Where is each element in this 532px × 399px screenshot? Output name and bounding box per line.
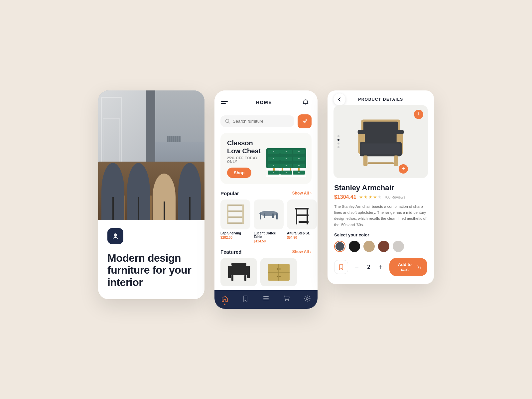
nav-catalog[interactable] (262, 295, 270, 302)
popular-show-all[interactable]: Show All › (292, 191, 312, 196)
bar-chair-tan (153, 174, 176, 220)
search-box[interactable] (220, 115, 294, 127)
quantity-increase-button[interactable]: + (376, 262, 385, 272)
step-stool-icon (292, 203, 312, 226)
dot-indicator (337, 135, 339, 137)
svg-point-0 (114, 233, 117, 237)
hamburger-line (221, 103, 226, 104)
svg-rect-27 (244, 275, 246, 281)
search-input[interactable] (233, 119, 290, 124)
promo-text-section: Classon Low Chest 25% OFF TODAY ONLY Sho… (227, 139, 263, 178)
hero-headline: Modern design furniture for your interio… (107, 252, 195, 289)
bottle (179, 136, 181, 142)
star-rating: ★ ★ ★ ★ ★ (359, 195, 382, 200)
color-swatch-brown[interactable] (378, 241, 389, 252)
color-swatch-dark-gray[interactable] (334, 241, 345, 252)
bell-icon (302, 99, 309, 106)
notifications-button[interactable] (300, 97, 311, 108)
screens-container: Modern design furniture for your interio… (33, 90, 499, 309)
featured-show-all[interactable]: Show All › (292, 249, 312, 254)
product-name-shelving: Lap Shelving (220, 231, 250, 235)
save-item-button[interactable] (334, 260, 348, 274)
popular-section-header: Popular Show All › (214, 189, 318, 200)
dresser-drawer (280, 164, 292, 168)
star-1: ★ (359, 195, 363, 200)
bar-chair (127, 163, 150, 220)
dresser-illustration (266, 148, 306, 173)
screen2-home: HOME (214, 90, 318, 309)
svg-rect-50 (394, 155, 398, 166)
color-swatch-light-gray[interactable] (393, 241, 404, 252)
product-card-shelving[interactable]: Lap Shelving $282.00 (220, 200, 250, 243)
product-price: $1304.41 (334, 194, 356, 200)
product-card-step-stool[interactable]: Altura Step St. $54.90 (287, 200, 317, 243)
cart-icon (417, 264, 421, 270)
product-card-coffee-table[interactable]: Lucent Coffee Table $124.50 (254, 200, 284, 243)
bottle (167, 136, 169, 142)
dresser-drawer (293, 150, 305, 154)
svg-rect-46 (396, 130, 404, 134)
product-description: The Stanley Armchair boasts a combinatio… (334, 203, 427, 228)
add-to-wishlist-top-button[interactable]: + (414, 110, 423, 119)
svg-rect-14 (276, 213, 278, 219)
shop-button[interactable]: Shop (227, 168, 251, 178)
search-row (214, 112, 318, 133)
svg-point-5 (306, 119, 307, 121)
featured-card-chair[interactable] (220, 258, 257, 286)
settings-nav-icon (304, 295, 311, 302)
product-price-coffee-table: $124.50 (254, 239, 284, 243)
screen1-onboarding: Modern design furniture for your interio… (98, 90, 204, 299)
shelving-icon (225, 203, 245, 226)
popular-products-row: Lap Shelving $282.00 Lucent C (214, 200, 318, 248)
nav-settings[interactable] (304, 295, 311, 302)
coffee-table-icon (257, 206, 280, 223)
svg-rect-10 (227, 204, 228, 224)
screen3-product-detail: PRODUCT DETAILS (328, 90, 434, 284)
featured-products-row (214, 258, 318, 286)
cart-controls-row: − 2 + Add to cart (328, 258, 434, 284)
filter-button[interactable] (298, 114, 312, 128)
dresser-row (266, 155, 306, 162)
product-price-shelving: $282.00 (220, 236, 250, 239)
add-to-wishlist-bottom-button[interactable]: + (399, 164, 408, 174)
home-nav-icon (221, 295, 228, 302)
product-name: Stanley Armchair (334, 184, 427, 192)
dresser-row (266, 148, 306, 155)
back-button[interactable] (333, 93, 345, 105)
menu-button[interactable] (221, 101, 228, 104)
dot-indicator (337, 146, 339, 148)
dresser-drawer (268, 171, 280, 175)
bottle (173, 136, 175, 142)
svg-rect-24 (228, 266, 231, 278)
add-to-cart-button[interactable]: Add to cart (389, 258, 427, 276)
nav-cart[interactable] (283, 295, 290, 302)
armchair-svg (351, 115, 411, 168)
reviews-count: 780 Reviews (384, 195, 405, 199)
dresser-drawer (293, 157, 305, 161)
svg-point-32 (279, 268, 281, 270)
product-name-coffee-table: Lucent Coffee Table (254, 231, 284, 239)
nav-bookmarks[interactable] (242, 295, 249, 302)
promo-subtitle: 25% OFF TODAY ONLY (227, 156, 263, 164)
nav-home[interactable] (221, 295, 228, 302)
svg-rect-36 (263, 298, 269, 299)
svg-rect-13 (260, 213, 261, 219)
search-icon (225, 119, 230, 124)
svg-point-39 (288, 300, 289, 301)
bar-chair (101, 163, 124, 220)
dresser-drawer (280, 157, 292, 161)
popular-title: Popular (220, 191, 239, 196)
back-arrow-icon (337, 97, 342, 102)
dresser-drawer (280, 150, 292, 154)
dresser-drawer (280, 171, 292, 175)
featured-card-cabinet[interactable] (260, 258, 297, 286)
color-swatch-black[interactable] (349, 241, 360, 252)
color-swatch-tan[interactable] (363, 241, 375, 252)
svg-rect-22 (231, 263, 246, 266)
quantity-decrease-button[interactable]: − (352, 262, 361, 272)
promo-banner: Classon Low Chest 25% OFF TODAY ONLY Sho… (220, 133, 312, 184)
dresser-row (266, 162, 306, 169)
detail-title: PRODUCT DETAILS (358, 97, 403, 102)
product-image-step-stool (287, 200, 317, 229)
svg-rect-48 (361, 143, 400, 154)
